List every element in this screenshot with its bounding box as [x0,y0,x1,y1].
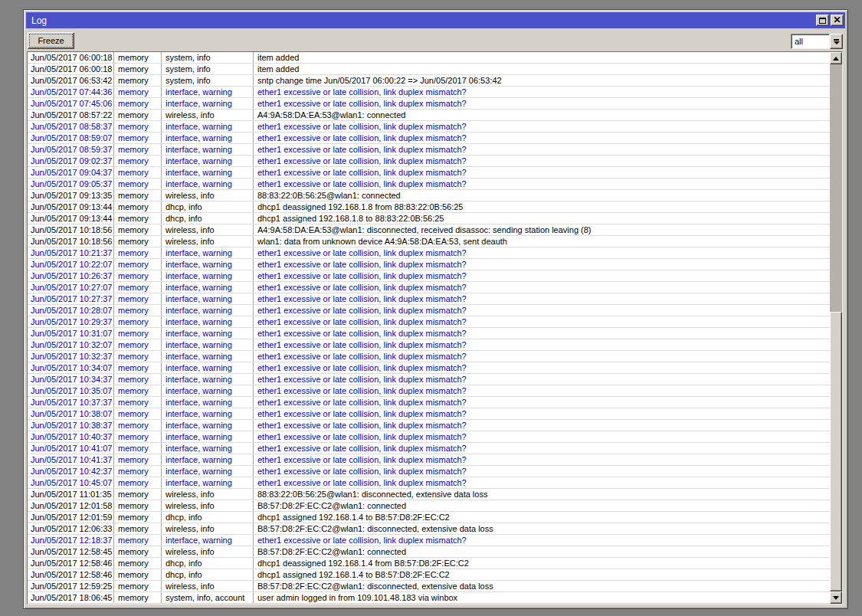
log-row[interactable]: Jun/05/2017 10:32:07memoryinterface, war… [28,339,830,351]
log-row[interactable]: Jun/05/2017 10:35:07memoryinterface, war… [28,385,830,397]
dropdown-icon [834,39,840,44]
log-row[interactable]: Jun/05/2017 08:59:37memoryinterface, war… [28,144,830,156]
log-cell-topics: system, info [162,52,254,63]
log-cell-message: ether1 excessive or late collision, link… [254,87,830,97]
log-row[interactable]: Jun/05/2017 09:04:37memoryinterface, war… [28,167,830,179]
log-cell-message: ether1 excessive or late collision, link… [254,282,830,293]
log-cell-topics: system, info [162,75,254,86]
log-row[interactable]: Jun/05/2017 12:58:46memorydhcp, infodhcp… [28,569,830,581]
log-row[interactable]: Jun/05/2017 10:27:07memoryinterface, war… [28,282,830,293]
log-cell-message: dhcp1 deassigned 192.168.1.4 from B8:57:… [254,558,830,568]
log-cell-buffer: memory [114,316,162,327]
log-row[interactable]: Jun/05/2017 07:45:06memoryinterface, war… [28,98,830,110]
log-cell-buffer: memory [114,546,162,557]
log-row[interactable]: Jun/05/2017 09:02:37memoryinterface, war… [28,156,830,167]
log-row[interactable]: Jun/05/2017 10:18:56memorywireless, info… [28,236,830,247]
log-cell-time: Jun/05/2017 10:31:07 [28,328,114,339]
log-cell-message: A4:9A:58:DA:EA:53@wlan1: disconnected, r… [254,224,830,235]
log-row[interactable]: Jun/05/2017 12:59:25memorywireless, info… [28,581,830,592]
log-row[interactable]: Jun/05/2017 09:13:44memorydhcp, infodhcp… [28,202,830,213]
log-cell-topics: interface, warning [162,374,254,385]
log-row[interactable]: Jun/05/2017 12:06:33memorywireless, info… [28,523,830,535]
log-cell-message: 88:83:22:0B:56:25@wlan1: connected [254,190,830,201]
log-row[interactable]: Jun/05/2017 12:01:59memorydhcp, infodhcp… [28,512,830,523]
log-row[interactable]: Jun/05/2017 12:58:46memorydhcp, infodhcp… [28,558,830,569]
titlebar[interactable]: Log ✕ [26,12,845,28]
log-cell-topics: wireless, info [162,224,254,235]
log-row[interactable]: Jun/05/2017 10:38:07memoryinterface, war… [28,408,830,420]
log-filter-value[interactable]: all [791,34,830,49]
log-cell-message: ether1 excessive or late collision, link… [254,431,830,442]
log-cell-topics: interface, warning [162,293,254,304]
log-cell-time: Jun/05/2017 10:38:07 [28,408,114,419]
log-cell-topics: interface, warning [162,477,254,488]
log-row[interactable]: Jun/05/2017 09:13:44memorydhcp, infodhcp… [28,213,830,224]
window-title: Log [31,15,47,26]
log-row[interactable]: Jun/05/2017 12:01:58memorywireless, info… [28,500,830,512]
maximize-button[interactable] [816,15,829,26]
log-cell-buffer: memory [114,489,162,500]
log-cell-message: ether1 excessive or late collision, link… [254,121,830,132]
log-row[interactable]: Jun/05/2017 10:18:56memorywireless, info… [28,224,830,236]
log-cell-topics: interface, warning [162,408,254,419]
log-cell-message: B8:57:D8:2F:EC:C2@wlan1: connected [254,546,830,557]
log-row[interactable]: Jun/05/2017 11:01:35memorywireless, info… [28,489,830,500]
freeze-button[interactable]: Freeze [28,32,74,49]
log-cell-message: ether1 excessive or late collision, link… [254,305,830,316]
log-row[interactable]: Jun/05/2017 10:37:37memoryinterface, war… [28,397,830,408]
log-cell-buffer: memory [114,98,162,109]
log-row[interactable]: Jun/05/2017 08:58:37memoryinterface, war… [28,121,830,133]
log-row[interactable]: Jun/05/2017 06:53:42memorysystem, infosn… [28,75,830,87]
log-filter-dropdown-button[interactable] [830,34,843,49]
log-row[interactable]: Jun/05/2017 09:13:35memorywireless, info… [28,190,830,202]
log-row[interactable]: Jun/05/2017 10:28:07memoryinterface, war… [28,305,830,316]
close-button[interactable]: ✕ [831,15,844,26]
log-row[interactable]: Jun/05/2017 10:27:37memoryinterface, war… [28,293,830,305]
log-cell-topics: interface, warning [162,270,254,281]
log-row[interactable]: Jun/05/2017 06:00:18memorysystem, infoit… [28,64,830,75]
log-filter-combobox[interactable]: all [791,34,843,49]
log-cell-message: ether1 excessive or late collision, link… [254,167,830,178]
log-cell-time: Jun/05/2017 10:40:37 [28,431,114,442]
log-row[interactable]: Jun/05/2017 10:38:37memoryinterface, war… [28,420,830,431]
log-row[interactable]: Jun/05/2017 10:34:37memoryinterface, war… [28,374,830,385]
log-cell-message: ether1 excessive or late collision, link… [254,420,830,431]
vertical-scrollbar[interactable] [830,52,842,604]
log-row[interactable]: Jun/05/2017 07:44:36memoryinterface, war… [28,87,830,98]
scroll-up-button[interactable] [830,52,842,64]
scrollbar-track[interactable] [830,64,842,591]
log-row[interactable]: Jun/05/2017 10:26:37memoryinterface, war… [28,270,830,282]
log-row[interactable]: Jun/05/2017 10:21:37memoryinterface, war… [28,247,830,259]
log-cell-buffer: memory [114,351,162,362]
log-row[interactable]: Jun/05/2017 06:00:18memorysystem, infoit… [28,52,830,64]
log-cell-buffer: memory [114,121,162,132]
log-cell-message: ether1 excessive or late collision, link… [254,466,830,477]
log-row[interactable]: Jun/05/2017 10:32:37memoryinterface, war… [28,351,830,362]
log-row[interactable]: Jun/05/2017 12:58:45memorywireless, info… [28,546,830,558]
scrollbar-thumb[interactable] [830,312,842,591]
log-row[interactable]: Jun/05/2017 08:57:22memorywireless, info… [28,110,830,121]
log-cell-buffer: memory [114,466,162,477]
log-row[interactable]: Jun/05/2017 10:34:07memoryinterface, war… [28,362,830,374]
log-row[interactable]: Jun/05/2017 08:59:07memoryinterface, war… [28,133,830,144]
log-row[interactable]: Jun/05/2017 10:31:07memoryinterface, war… [28,328,830,339]
log-row[interactable]: Jun/05/2017 10:41:37memoryinterface, war… [28,454,830,466]
scroll-down-button[interactable] [830,591,842,604]
log-cell-buffer: memory [114,328,162,339]
log-cell-buffer: memory [114,87,162,97]
log-row[interactable]: Jun/05/2017 10:41:07memoryinterface, war… [28,443,830,454]
log-row[interactable]: Jun/05/2017 18:06:45memorysystem, info, … [28,592,830,604]
log-row[interactable]: Jun/05/2017 10:40:37memoryinterface, war… [28,431,830,443]
log-cell-topics: interface, warning [162,535,254,546]
log-cell-time: Jun/05/2017 10:32:07 [28,339,114,350]
log-row[interactable]: Jun/05/2017 12:18:37memoryinterface, war… [28,535,830,546]
scroll-up-icon [833,57,839,61]
log-cell-topics: system, info, account [162,592,254,603]
log-cell-time: Jun/05/2017 10:28:07 [28,305,114,316]
log-row[interactable]: Jun/05/2017 10:29:37memoryinterface, war… [28,316,830,328]
log-row[interactable]: Jun/05/2017 10:45:07memoryinterface, war… [28,477,830,489]
log-row[interactable]: Jun/05/2017 10:22:07memoryinterface, war… [28,259,830,270]
log-cell-topics: dhcp, info [162,512,254,523]
log-row[interactable]: Jun/05/2017 09:05:37memoryinterface, war… [28,179,830,190]
log-row[interactable]: Jun/05/2017 10:42:37memoryinterface, war… [28,466,830,477]
